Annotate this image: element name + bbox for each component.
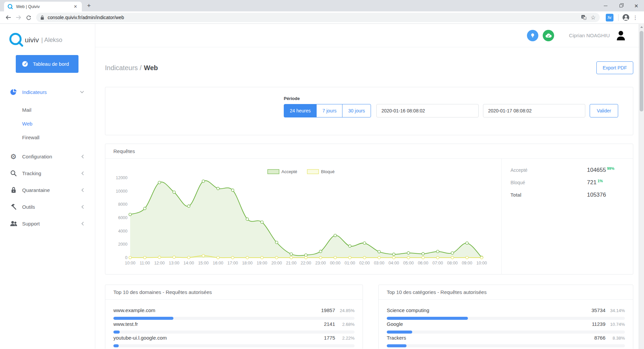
category-value: 8766: [594, 335, 605, 341]
category-row: Science computing 35734 34.14%: [387, 307, 625, 320]
date-to-input[interactable]: [483, 104, 585, 117]
chevron-left-icon: [81, 221, 84, 226]
svg-text:11:00: 11:00: [140, 261, 150, 265]
lock-icon: [40, 15, 44, 20]
range-7d-button[interactable]: 7 jours: [316, 104, 342, 117]
stat-value: 104655: [587, 167, 606, 173]
sidebar-item-support[interactable]: Support: [0, 215, 95, 232]
requests-card: Requêtes 02000400060008000100001200010:0…: [105, 144, 633, 275]
requests-stats: Accepté 104655 99% Bloqué 721 1% Total: [501, 159, 633, 275]
sidebar-item-outils[interactable]: Outils: [0, 198, 95, 215]
window-controls: ✕: [598, 0, 644, 11]
svg-text:6000: 6000: [118, 215, 127, 220]
sidebar-subitem-firewall[interactable]: Firewall: [0, 131, 95, 144]
browser-menu-button[interactable]: ⋮: [633, 14, 638, 21]
close-icon: ✕: [634, 3, 639, 8]
sidebar-subitem-web[interactable]: Web: [0, 117, 95, 131]
stat-pct: 1%: [597, 179, 603, 183]
magnifier-icon: [9, 170, 17, 177]
profile-button[interactable]: [622, 13, 630, 21]
sidebar-item-tracking[interactable]: Tracking: [0, 165, 95, 182]
progress-track: [113, 317, 355, 320]
bookmark-star-icon[interactable]: ☆: [591, 14, 596, 21]
svg-text:8000: 8000: [118, 202, 127, 207]
svg-text:2000: 2000: [118, 242, 127, 247]
page-content: Indicateurs / Web Export PDF Période 24 …: [95, 47, 644, 349]
close-button[interactable]: ✕: [629, 0, 644, 11]
scrollbar-thumb[interactable]: [640, 31, 643, 111]
requests-chart-area: 02000400060008000100001200010:0011:0012:…: [105, 159, 501, 275]
requests-card-title: Requêtes: [105, 144, 633, 159]
category-row: Internet Providers 6844 6.54%: [387, 348, 625, 349]
svg-text:13:00: 13:00: [169, 261, 179, 265]
progress-track: [113, 344, 355, 347]
domain-name: www.youtube.com: [113, 348, 324, 349]
category-name: Science computing: [387, 307, 591, 313]
progress-track: [387, 317, 625, 320]
sidebar: uiviv | Alekso Tableau de bord: [0, 24, 95, 349]
range-30d-button[interactable]: 30 jours: [342, 104, 371, 117]
svg-text:21:00: 21:00: [286, 261, 297, 265]
requests-chart: 02000400060008000100001200010:0011:0012:…: [113, 159, 495, 272]
minimize-icon: [604, 6, 607, 6]
svg-text:4000: 4000: [118, 229, 127, 234]
sidebar-item-label: Quarantaine: [22, 187, 50, 193]
export-pdf-button[interactable]: Export PDF: [596, 61, 633, 74]
address-bar[interactable]: console.quiviv.fr/admin/indicator/web A …: [36, 13, 600, 22]
stat-row-accepted: Accepté 104655 99%: [511, 167, 625, 174]
valider-button[interactable]: Valider: [590, 104, 618, 117]
svg-text:02:00: 02:00: [359, 261, 370, 265]
domain-pct: 24.85%: [338, 307, 355, 314]
forward-button[interactable]: [13, 12, 23, 22]
svg-text:10000: 10000: [116, 189, 127, 194]
sidebar-item-quarantaine[interactable]: Quarantaine: [0, 182, 95, 198]
new-tab-button[interactable]: +: [85, 1, 93, 10]
periode-label: Période: [284, 96, 618, 101]
sidebar-subitem-mail[interactable]: Mail: [0, 103, 95, 117]
user-avatar[interactable]: [615, 30, 627, 41]
svg-text:15:00: 15:00: [198, 261, 209, 265]
domain-row: www.test.fr 2141 2.68%: [113, 321, 355, 334]
stat-row-blocked: Bloqué 721 1%: [511, 179, 625, 187]
dashboard-button[interactable]: Tableau de bord: [16, 55, 78, 73]
user-name[interactable]: Ciprian NOAGHIU: [569, 33, 610, 38]
breadcrumb-parent[interactable]: Indicateurs /: [105, 64, 142, 72]
domain-pct: 2.68%: [338, 321, 355, 328]
back-button[interactable]: [3, 12, 13, 22]
domain-value: 1775: [324, 335, 335, 341]
stat-value: 105376: [587, 192, 606, 198]
stat-label: Bloqué: [511, 180, 587, 185]
date-from-input[interactable]: [376, 104, 479, 117]
maximize-button[interactable]: [613, 0, 629, 11]
stat-pct: 99%: [607, 166, 614, 170]
restore-icon: [620, 4, 623, 7]
category-value: 11239: [592, 321, 605, 327]
subitem-label: Web: [22, 121, 33, 127]
reload-button[interactable]: [23, 12, 34, 22]
category-pct: 8.38%: [609, 335, 625, 341]
svg-text:22:00: 22:00: [301, 261, 311, 265]
svg-text:19:00: 19:00: [257, 261, 267, 265]
page-scrollbar[interactable]: [639, 24, 644, 349]
domain-pct: 2.22%: [338, 335, 355, 341]
domain-row: www.youtube.com 1765 2.21%: [113, 348, 355, 349]
sidebar-item-label: Indicateurs: [22, 89, 47, 95]
scrollbar-up-arrow[interactable]: [639, 24, 644, 30]
domain-value: 19857: [321, 307, 335, 313]
svg-text:05:00: 05:00: [403, 261, 414, 265]
extension-badge[interactable]: Sc: [606, 14, 613, 21]
browser-tab[interactable]: Web | Quiviv ✕: [4, 2, 82, 11]
top-domains-card: Top 10 des domaines - Requêtes autorisée…: [105, 285, 363, 349]
domain-row: www.example.com 19857 24.85%: [113, 307, 355, 320]
tab-close-icon[interactable]: ✕: [72, 4, 78, 10]
lock-icon: [9, 187, 17, 194]
cloud-check-icon: [545, 33, 552, 38]
range-24h-button[interactable]: 24 heures: [284, 104, 317, 117]
minimize-button[interactable]: [598, 0, 613, 11]
cloud-status-button[interactable]: [543, 30, 554, 41]
translate-icon[interactable]: A a: [581, 15, 587, 20]
help-button[interactable]: [527, 30, 538, 41]
sidebar-item-indicateurs[interactable]: Indicateurs: [0, 84, 95, 100]
sidebar-item-configuration[interactable]: ⚙ Configuration: [0, 148, 95, 165]
top-categories-title: Top 10 des catégories - Requêtes autoris…: [379, 285, 633, 300]
